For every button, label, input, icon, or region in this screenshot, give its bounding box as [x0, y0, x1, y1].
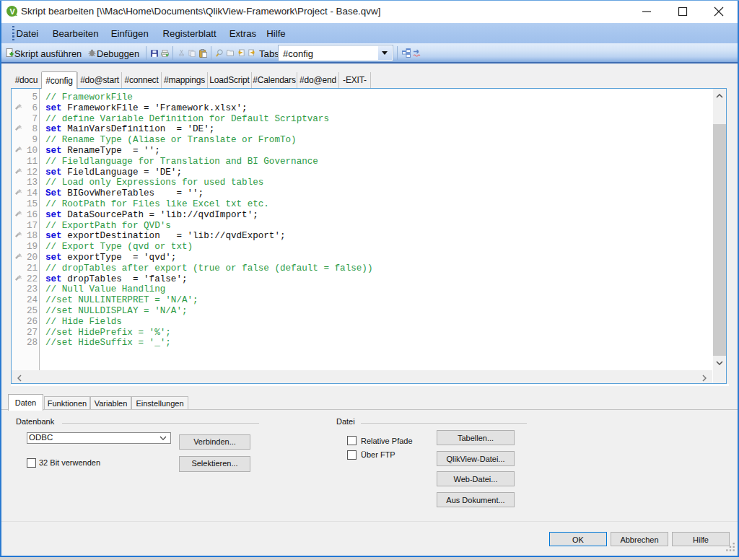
svg-text:V: V — [9, 7, 15, 16]
